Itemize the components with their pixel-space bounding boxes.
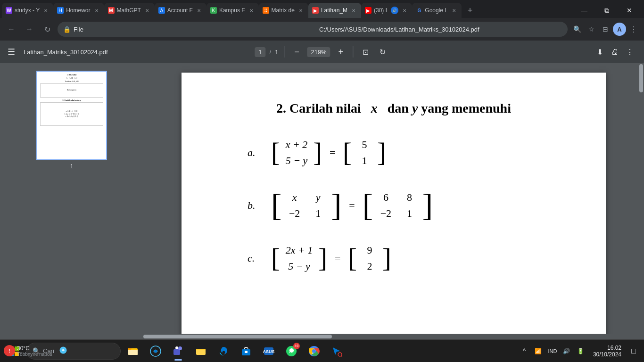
pdf-content-area[interactable]: 2. Carilah nilai x dan y yang memenuhi a… (143, 63, 644, 362)
tab-close-youtube[interactable]: ✕ (401, 7, 408, 14)
tab-title-mathgpt: MathGPT (117, 7, 141, 14)
problem-title: 2. Carilah nilai x dan y yang memenuhi (219, 101, 568, 116)
tab-close-account[interactable]: ✕ (195, 7, 203, 14)
weather-widget[interactable]: ! 30°C Többnyire napos (0, 339, 52, 362)
pdf-page-1: 2. Carilah nilai x dan y yang memenuhi a… (182, 73, 606, 355)
bracket-c-right-icon: ] (318, 240, 327, 276)
restore-button[interactable]: ⧉ (596, 3, 618, 18)
fit-page-button[interactable]: ⊡ (359, 45, 372, 58)
tab-mathgpt[interactable]: M MathGPT ✕ (104, 3, 155, 18)
zoom-out-button[interactable]: − (290, 45, 303, 58)
taskbar-file-manager[interactable] (190, 341, 211, 362)
download-button[interactable]: ⬇ (593, 45, 606, 58)
close-button[interactable]: ✕ (619, 3, 640, 18)
svg-rect-9 (173, 349, 180, 355)
address-input[interactable]: 🔒 File C:/Users/ASUS/Downloads/Latihan_M… (58, 22, 568, 37)
tray-chevron[interactable]: ^ (518, 345, 531, 358)
tab-matrix[interactable]: ⠿ Matrix de ✕ (259, 3, 308, 18)
thumbnail-image-1: 1. Diketahui A = [...] B = [...] Tentuka… (36, 71, 107, 160)
cell-b-r-21: −2 (379, 207, 393, 220)
tab-google[interactable]: G Google L ✕ (412, 3, 462, 18)
search-icon[interactable]: 🔍 (570, 23, 584, 36)
cell-b-r-12: 8 (402, 191, 416, 204)
matrix-c-right-cells: 9 2 (357, 240, 382, 276)
bracket-c-r-right-icon: ] (382, 240, 391, 276)
more-options-button[interactable]: ⋮ (623, 45, 636, 58)
cast-icon[interactable]: ⊟ (599, 23, 612, 36)
kampus-favicon: K (210, 7, 217, 14)
tab-close-kampus[interactable]: ✕ (248, 7, 255, 14)
cell-b-l-22: 1 (311, 207, 325, 220)
bracket-right-icon: ] (313, 135, 322, 171)
sidebar-toggle-button[interactable]: ☰ (8, 47, 15, 57)
menu-button[interactable]: ⋮ (627, 23, 640, 36)
part-b-equation: [ x y −2 1 ] = (271, 188, 433, 223)
taskbar-copilot[interactable] (145, 341, 166, 362)
taskbar-myasus[interactable]: ASUS (258, 341, 279, 362)
youtube-favicon: ▶ (365, 7, 372, 14)
battery-icon[interactable]: 🔋 (574, 345, 587, 358)
bracket-left-icon: [ (271, 135, 280, 171)
notification-button[interactable]: □ (627, 345, 640, 358)
volume-icon[interactable]: 🔊 (560, 345, 573, 358)
tab-homework[interactable]: H Homewor ✕ (53, 3, 104, 18)
refresh-button[interactable]: ↻ (40, 22, 55, 37)
rotate-button[interactable]: ↻ (376, 45, 389, 58)
profile-button[interactable]: A (613, 23, 626, 36)
tab-account[interactable]: A Account F ✕ (155, 3, 206, 18)
address-icons: 🔍 ☆ ⊟ A ⋮ (570, 23, 640, 36)
snipping-tool-icon (331, 346, 342, 357)
address-bar: ← → ↻ 🔒 File C:/Users/ASUS/Downloads/Lat… (0, 18, 644, 41)
clock[interactable]: 16.02 30/10/2024 (589, 345, 625, 358)
thumbnail-page-1[interactable]: 1. Diketahui A = [...] B = [...] Tentuka… (36, 71, 107, 170)
zoom-in-button[interactable]: + (334, 45, 347, 58)
taskbar-snipping[interactable] (326, 341, 347, 362)
tab-close-google[interactable]: ✕ (450, 7, 458, 14)
taskbar-explorer[interactable] (123, 341, 143, 362)
taskbar-chrome[interactable] (304, 341, 324, 362)
tab-close-mathgpt[interactable]: ✕ (143, 7, 151, 14)
taskbar-edge[interactable] (213, 341, 234, 362)
taskbar-teams[interactable] (168, 341, 189, 362)
tab-title-latihan: Latihan_M (321, 7, 347, 14)
zoom-level[interactable]: 219% (307, 47, 330, 57)
part-b-label: b. (248, 199, 262, 212)
scroll-thumb[interactable] (639, 64, 643, 92)
tab-close-homework[interactable]: ✕ (93, 7, 100, 14)
language-indicator[interactable]: IND (546, 345, 559, 358)
tab-kampus[interactable]: K Kampus F ✕ (206, 3, 259, 18)
matrix-c-left-cells: 2x + 1 5 − y (280, 240, 319, 276)
math-part-c: c. [ 2x + 1 5 − y ] = [ (219, 240, 568, 276)
page-number-input[interactable]: 1 (255, 47, 265, 57)
taskbar: 🔍 Cari (0, 339, 644, 362)
tab-latihan[interactable]: ▶ Latihan_M ✕ (308, 3, 361, 18)
separator-2 (353, 46, 354, 58)
horizontal-scrollbar[interactable] (143, 334, 638, 339)
bookmark-icon[interactable]: ☆ (585, 23, 598, 36)
tab-close-latihan[interactable]: ✕ (350, 7, 357, 14)
forward-button[interactable]: → (22, 22, 37, 37)
horizontal-scroll-thumb[interactable] (143, 335, 332, 338)
back-button[interactable]: ← (4, 22, 19, 37)
thumbnail-label-1: 1 (70, 163, 74, 170)
tab-close-matrix[interactable]: ✕ (297, 7, 305, 14)
taskbar-whatsapp[interactable]: 46 (281, 341, 302, 362)
cell-c-r-2: 2 (363, 260, 377, 272)
vertical-scrollbar[interactable] (638, 63, 644, 339)
tab-bar: W studyx - Y ✕ H Homewor ✕ M MathGPT ✕ A… (0, 0, 644, 18)
google-favicon: G (416, 7, 422, 14)
file-explorer-icon (127, 346, 139, 357)
tab-youtube[interactable]: ▶ (30) L 🔊 ✕ (361, 3, 412, 18)
mathgpt-favicon: M (108, 7, 115, 14)
network-icon[interactable]: 📶 (532, 345, 545, 358)
print-button[interactable]: 🖨 (608, 45, 621, 58)
equals-a: = (330, 147, 335, 159)
cell-b-r-22: 1 (402, 207, 416, 220)
window-controls: — ⧉ ✕ (570, 3, 644, 18)
new-tab-button[interactable]: + (463, 4, 477, 17)
matrix-b-left: [ x y −2 1 ] (271, 188, 341, 223)
taskbar-store[interactable] (236, 341, 256, 362)
minimize-button[interactable]: — (573, 3, 595, 18)
tab-close-studyx[interactable]: ✕ (42, 7, 50, 14)
tab-studyx[interactable]: W studyx - Y ✕ (2, 3, 53, 18)
